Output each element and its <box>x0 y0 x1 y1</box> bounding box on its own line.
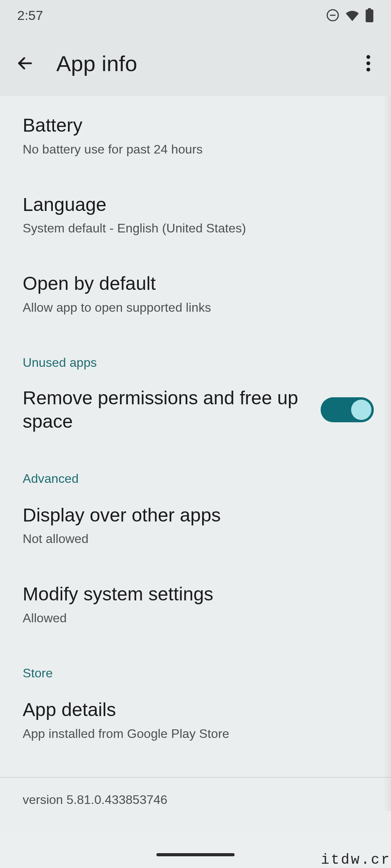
dnd-icon <box>326 9 339 22</box>
item-modify-system-settings-subtitle: Allowed <box>23 611 368 625</box>
battery-icon <box>365 8 374 22</box>
item-language[interactable]: Language System default - English (Unite… <box>0 175 391 255</box>
version-text: version 5.81.0.433853746 <box>0 778 391 830</box>
svg-rect-2 <box>366 9 373 22</box>
section-unused-apps: Unused apps <box>0 334 391 370</box>
svg-point-6 <box>366 61 370 65</box>
remove-permissions-switch[interactable] <box>321 397 374 422</box>
item-language-subtitle: System default - English (United States) <box>23 221 368 236</box>
app-bar: App info <box>0 30 391 96</box>
watermark: itdw.cr <box>321 852 391 868</box>
status-time: 2:57 <box>17 8 43 23</box>
item-app-details[interactable]: App details App installed from Google Pl… <box>0 680 391 760</box>
item-modify-system-settings-title: Modify system settings <box>23 583 368 605</box>
nav-handle[interactable] <box>156 853 235 856</box>
item-open-by-default-title: Open by default <box>23 272 368 295</box>
page-title: App info <box>56 51 357 76</box>
item-battery[interactable]: Battery No battery use for past 24 hours <box>0 96 391 175</box>
svg-point-7 <box>366 68 370 71</box>
svg-point-5 <box>366 55 370 59</box>
status-bar: 2:57 <box>0 0 391 30</box>
item-open-by-default-subtitle: Allow app to open supported links <box>23 300 368 315</box>
section-store: Store <box>0 644 391 680</box>
item-app-details-title: App details <box>23 698 368 721</box>
item-open-by-default[interactable]: Open by default Allow app to open suppor… <box>0 254 391 334</box>
item-display-over-apps-subtitle: Not allowed <box>23 532 368 546</box>
content: Battery No battery use for past 24 hours… <box>0 96 391 830</box>
switch-thumb <box>351 400 371 420</box>
item-remove-permissions[interactable]: Remove permissions and free up space <box>0 370 391 450</box>
overflow-menu-button[interactable] <box>357 52 380 75</box>
item-remove-permissions-title: Remove permissions and free up space <box>23 386 309 433</box>
svg-rect-3 <box>368 8 371 10</box>
back-button[interactable] <box>13 52 37 75</box>
item-display-over-apps-title: Display over other apps <box>23 504 368 527</box>
status-icons <box>326 8 374 22</box>
item-app-details-subtitle: App installed from Google Play Store <box>23 727 368 741</box>
item-battery-title: Battery <box>23 114 368 137</box>
item-display-over-apps[interactable]: Display over other apps Not allowed <box>0 486 391 565</box>
item-battery-subtitle: No battery use for past 24 hours <box>23 142 368 157</box>
item-language-title: Language <box>23 193 368 216</box>
item-modify-system-settings[interactable]: Modify system settings Allowed <box>0 565 391 644</box>
section-advanced: Advanced <box>0 450 391 486</box>
wifi-icon <box>345 9 360 21</box>
